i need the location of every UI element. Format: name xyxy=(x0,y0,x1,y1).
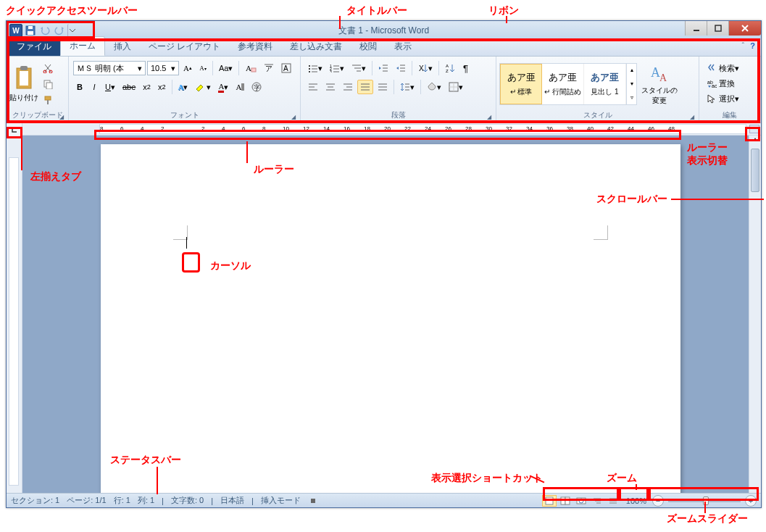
indent-dec-icon[interactable] xyxy=(375,61,391,75)
find-button[interactable]: 検索▾ xyxy=(704,61,756,75)
strike-button[interactable]: abe xyxy=(120,80,138,94)
status-lang[interactable]: 日本語 xyxy=(220,495,244,506)
font-name-combo[interactable]: ＭＳ 明朝 (本▾ xyxy=(73,61,146,75)
vertical-scrollbar[interactable]: ▴ xyxy=(749,136,761,493)
format-painter-icon[interactable] xyxy=(40,93,56,107)
view-web-icon[interactable] xyxy=(574,495,588,507)
tab-insert[interactable]: 挿入 xyxy=(105,38,140,56)
enclose-char-icon[interactable]: 字 xyxy=(249,80,265,94)
tab-view[interactable]: 表示 xyxy=(386,38,420,56)
status-page[interactable]: ページ: 1/1 xyxy=(67,495,106,506)
highlight-icon[interactable]: ▾ xyxy=(192,80,214,94)
font-size-combo[interactable]: 10.5▾ xyxy=(147,61,179,75)
grow-font-icon[interactable]: A▴ xyxy=(180,61,195,75)
char-border-icon[interactable]: A xyxy=(278,61,294,75)
align-right-icon[interactable] xyxy=(340,80,356,94)
align-center-icon[interactable] xyxy=(322,80,338,94)
app-window: W 文書 1 - Microsoft Word ファイル ホーム 挿入 ページ … xyxy=(6,20,762,508)
style-heading1[interactable]: あア亜見出し 1 xyxy=(584,64,626,104)
shading-icon[interactable]: ▾ xyxy=(424,80,444,94)
replace-button[interactable]: abac 置換 xyxy=(704,76,756,91)
zoom-level[interactable]: 100% xyxy=(626,496,646,505)
tab-layout[interactable]: ページ レイアウト xyxy=(140,38,229,56)
status-words[interactable]: 文字数: 0 xyxy=(171,495,204,506)
zoom-in-button[interactable]: + xyxy=(745,495,757,507)
redo-icon[interactable] xyxy=(53,24,66,37)
tab-mailings[interactable]: 差し込み文書 xyxy=(281,38,351,56)
view-fullscreen-icon[interactable] xyxy=(558,495,573,507)
multilevel-icon[interactable]: ▾ xyxy=(349,61,369,75)
select-button[interactable]: 選択▾ xyxy=(704,91,756,106)
paste-label[interactable]: 貼り付け xyxy=(9,93,38,103)
clipboard-launcher-icon[interactable]: ◢ xyxy=(59,114,64,120)
horizontal-ruler[interactable]: 8642246810121416182022242628303234363840… xyxy=(99,124,746,134)
align-left-icon[interactable] xyxy=(305,80,321,94)
macro-record-icon[interactable] xyxy=(308,496,318,506)
zoom-out-button[interactable]: − xyxy=(652,495,664,507)
style-scroll-up-icon[interactable]: ▴ xyxy=(627,64,636,78)
scrollbar-thumb[interactable] xyxy=(751,149,759,192)
help-icon[interactable]: ? xyxy=(750,41,755,50)
underline-button[interactable]: U▾ xyxy=(102,80,118,94)
maximize-button[interactable] xyxy=(707,21,728,36)
minimize-button[interactable] xyxy=(685,21,707,36)
distribute-icon[interactable] xyxy=(375,80,391,94)
undo-icon[interactable] xyxy=(38,24,51,37)
text-effects-icon[interactable]: A▾ xyxy=(175,80,191,94)
style-nospacing[interactable]: あア亜↵ 行間詰め xyxy=(542,64,584,104)
indent-inc-icon[interactable] xyxy=(393,61,409,75)
char-shading-icon[interactable]: A xyxy=(233,80,247,94)
styles-launcher-icon[interactable]: ◢ xyxy=(690,114,694,120)
phonetic-guide-icon[interactable]: ア xyxy=(261,61,277,75)
vertical-ruler[interactable] xyxy=(7,136,22,493)
view-draft-icon[interactable] xyxy=(606,495,620,507)
numbering-icon[interactable]: 123▾ xyxy=(327,61,347,75)
change-styles-icon[interactable]: AA xyxy=(648,62,671,86)
close-button[interactable] xyxy=(728,21,761,36)
tab-references[interactable]: 参考資料 xyxy=(229,38,281,56)
status-section[interactable]: セクション: 1 xyxy=(11,495,59,506)
change-styles-label[interactable]: スタイルの 変更 xyxy=(641,86,678,106)
subscript-button[interactable]: x2 xyxy=(140,80,154,94)
show-marks-icon[interactable]: ¶ xyxy=(459,61,474,75)
minimize-ribbon-icon[interactable]: ˆ xyxy=(742,41,745,50)
view-outline-icon[interactable] xyxy=(590,495,604,507)
save-icon[interactable] xyxy=(24,24,37,37)
superscript-button[interactable]: x2 xyxy=(155,80,169,94)
view-print-layout-icon[interactable] xyxy=(542,495,557,507)
copy-icon[interactable] xyxy=(40,77,56,91)
window-title: 文書 1 - Microsoft Word xyxy=(338,25,429,37)
status-mode[interactable]: 挿入モード xyxy=(261,495,301,506)
clear-format-icon[interactable]: A xyxy=(242,61,259,75)
cut-icon[interactable] xyxy=(40,61,56,75)
italic-button[interactable]: I xyxy=(88,80,101,94)
align-justify-icon[interactable] xyxy=(357,80,373,94)
status-line[interactable]: 行: 1 xyxy=(114,495,130,506)
bold-button[interactable]: B xyxy=(73,80,86,94)
text-direction-icon[interactable]: X▾ xyxy=(415,61,436,75)
bullets-icon[interactable]: ▾ xyxy=(305,61,325,75)
style-normal[interactable]: あア亜↵ 標準 xyxy=(500,64,542,104)
svg-text:字: 字 xyxy=(254,84,260,91)
status-col[interactable]: 列: 1 xyxy=(138,495,154,506)
style-expand-icon[interactable]: ▿ xyxy=(627,91,636,104)
word-icon[interactable]: W xyxy=(9,24,22,37)
style-scroll-down-icon[interactable]: ▾ xyxy=(627,77,636,91)
document-page[interactable] xyxy=(101,144,680,493)
group-editing-label: 編集 xyxy=(702,109,757,121)
paragraph-launcher-icon[interactable]: ◢ xyxy=(487,114,491,120)
qat-customize-icon[interactable] xyxy=(67,24,76,37)
change-case-icon[interactable]: Aa▾ xyxy=(216,61,236,75)
font-color-icon[interactable]: A▾ xyxy=(215,80,231,94)
paste-icon[interactable] xyxy=(12,65,36,93)
ruler-toggle-button[interactable] xyxy=(749,125,759,133)
font-launcher-icon[interactable]: ◢ xyxy=(291,114,296,120)
tab-file[interactable]: ファイル xyxy=(8,38,60,56)
borders-icon[interactable]: ▾ xyxy=(446,80,466,94)
tab-home[interactable]: ホーム xyxy=(60,36,105,56)
tab-selector[interactable] xyxy=(7,123,22,136)
line-spacing-icon[interactable]: ▾ xyxy=(397,80,417,94)
shrink-font-icon[interactable]: A▾ xyxy=(196,61,209,75)
tab-review[interactable]: 校閲 xyxy=(351,38,386,56)
sort-icon[interactable]: AZ xyxy=(442,61,458,75)
